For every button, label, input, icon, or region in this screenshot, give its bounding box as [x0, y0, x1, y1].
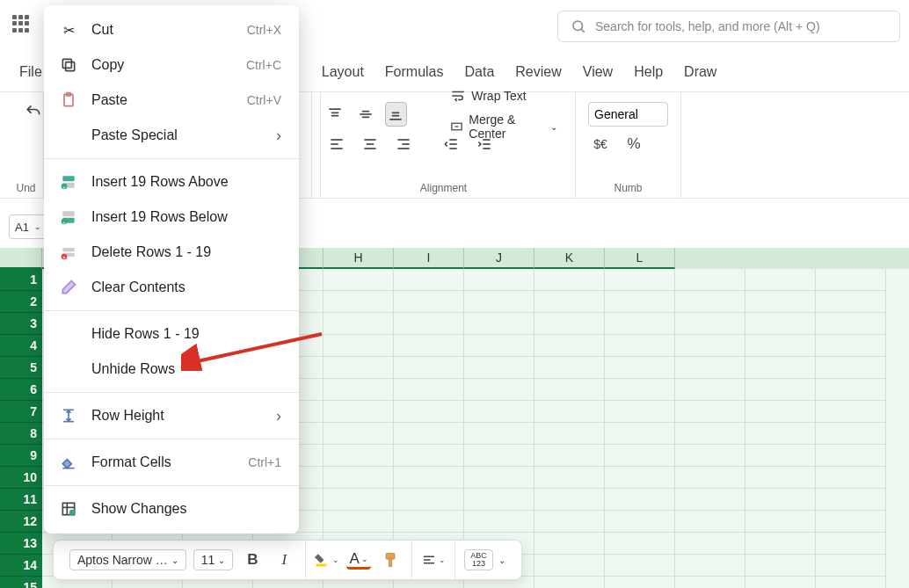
- cell[interactable]: [816, 555, 886, 577]
- row-header[interactable]: 11: [0, 489, 42, 511]
- align-left-button[interactable]: [324, 132, 349, 156]
- cell[interactable]: [675, 467, 745, 489]
- cell[interactable]: [745, 511, 816, 533]
- cell[interactable]: [534, 313, 605, 335]
- row-header[interactable]: 12: [0, 511, 42, 533]
- cell[interactable]: [675, 291, 745, 313]
- cell[interactable]: [605, 335, 675, 357]
- cell[interactable]: [816, 511, 886, 533]
- name-box[interactable]: A1 ⌄: [9, 214, 47, 239]
- cell[interactable]: [534, 511, 605, 533]
- cell[interactable]: [324, 335, 394, 357]
- cell[interactable]: [816, 445, 886, 467]
- cell[interactable]: [816, 335, 886, 357]
- cell[interactable]: [675, 357, 745, 379]
- cell[interactable]: [534, 467, 605, 489]
- align-middle-button[interactable]: [355, 102, 377, 127]
- cell[interactable]: [745, 467, 816, 489]
- cell[interactable]: [394, 313, 464, 335]
- cell[interactable]: [745, 313, 816, 335]
- cell[interactable]: [605, 489, 675, 511]
- ctx-delete-rows[interactable]: ×Delete Rows 1 - 19: [44, 235, 299, 270]
- cell[interactable]: [745, 379, 816, 401]
- tab-layout[interactable]: Layout: [322, 64, 364, 80]
- mini-number-format-button[interactable]: ABC123: [464, 549, 493, 570]
- cell[interactable]: [675, 489, 745, 511]
- cell[interactable]: [605, 291, 675, 313]
- mini-fill-button[interactable]: ⌄: [315, 548, 339, 572]
- cell[interactable]: [394, 269, 464, 291]
- cell[interactable]: [745, 291, 816, 313]
- cell[interactable]: [605, 379, 675, 401]
- ctx-format-cells[interactable]: Format CellsCtrl+1: [44, 445, 299, 480]
- cell[interactable]: [605, 555, 675, 577]
- row-header[interactable]: 9: [0, 445, 42, 467]
- mini-align-button[interactable]: ⌄: [421, 548, 446, 572]
- cell[interactable]: [745, 577, 816, 588]
- mini-italic-button[interactable]: I: [272, 548, 296, 572]
- row-header[interactable]: 3: [0, 313, 42, 335]
- cell[interactable]: [675, 401, 745, 423]
- ctx-hide-rows[interactable]: Hide Rows 1 - 19: [44, 316, 299, 352]
- cell[interactable]: [394, 401, 464, 423]
- cell[interactable]: [324, 511, 394, 533]
- cell[interactable]: [675, 533, 745, 555]
- cell[interactable]: [534, 445, 605, 467]
- cell[interactable]: [394, 511, 464, 533]
- app-launcher[interactable]: [9, 11, 33, 36]
- cell[interactable]: [605, 269, 675, 291]
- search-box[interactable]: Search for tools, help, and more (Alt + …: [557, 11, 900, 42]
- column-header[interactable]: L: [605, 248, 675, 269]
- ctx-copy[interactable]: CopyCtrl+C: [44, 47, 299, 83]
- decrease-indent-button[interactable]: [439, 132, 463, 156]
- mini-size-select[interactable]: 11⌄: [193, 549, 234, 570]
- cell[interactable]: [675, 313, 745, 335]
- tab-file[interactable]: File: [19, 64, 42, 80]
- cell[interactable]: [816, 269, 886, 291]
- cell[interactable]: [675, 511, 745, 533]
- cell[interactable]: [324, 291, 394, 313]
- cell[interactable]: [464, 423, 534, 445]
- cell[interactable]: [675, 269, 745, 291]
- tab-data[interactable]: Data: [465, 64, 495, 80]
- cell[interactable]: [324, 357, 394, 379]
- number-format-select[interactable]: General: [588, 102, 668, 127]
- row-header[interactable]: 1: [0, 269, 42, 291]
- cell[interactable]: [464, 379, 534, 401]
- cell[interactable]: [534, 379, 605, 401]
- cell[interactable]: [394, 357, 464, 379]
- cell[interactable]: [464, 511, 534, 533]
- column-header[interactable]: I: [394, 248, 464, 269]
- cell[interactable]: [605, 511, 675, 533]
- ctx-show-changes[interactable]: Show Changes: [44, 491, 299, 526]
- ctx-row-height[interactable]: Row Height›: [44, 398, 299, 433]
- cell[interactable]: [464, 401, 534, 423]
- tab-draw[interactable]: Draw: [684, 64, 716, 80]
- cell[interactable]: [816, 577, 886, 588]
- cell[interactable]: [675, 577, 745, 588]
- cell[interactable]: [464, 313, 534, 335]
- row-header[interactable]: 8: [0, 423, 42, 445]
- cell[interactable]: [745, 555, 816, 577]
- row-header[interactable]: 7: [0, 401, 42, 423]
- cell[interactable]: [816, 379, 886, 401]
- cell[interactable]: [816, 357, 886, 379]
- cell[interactable]: [534, 291, 605, 313]
- cell[interactable]: [324, 423, 394, 445]
- cell[interactable]: [745, 357, 816, 379]
- cell[interactable]: [464, 357, 534, 379]
- cell[interactable]: [816, 401, 886, 423]
- cell[interactable]: [605, 533, 675, 555]
- cell[interactable]: [464, 335, 534, 357]
- cell[interactable]: [534, 357, 605, 379]
- mini-font-color-button[interactable]: A⌄: [346, 550, 371, 570]
- cell[interactable]: [464, 467, 534, 489]
- cell[interactable]: [464, 291, 534, 313]
- undo-button[interactable]: [21, 99, 46, 124]
- row-header[interactable]: 6: [0, 379, 42, 401]
- ctx-unhide-rows[interactable]: Unhide Rows: [44, 352, 299, 387]
- cell[interactable]: [675, 445, 745, 467]
- align-right-button[interactable]: [391, 132, 416, 156]
- mini-format-painter-button[interactable]: [378, 548, 403, 572]
- cell[interactable]: [816, 291, 886, 313]
